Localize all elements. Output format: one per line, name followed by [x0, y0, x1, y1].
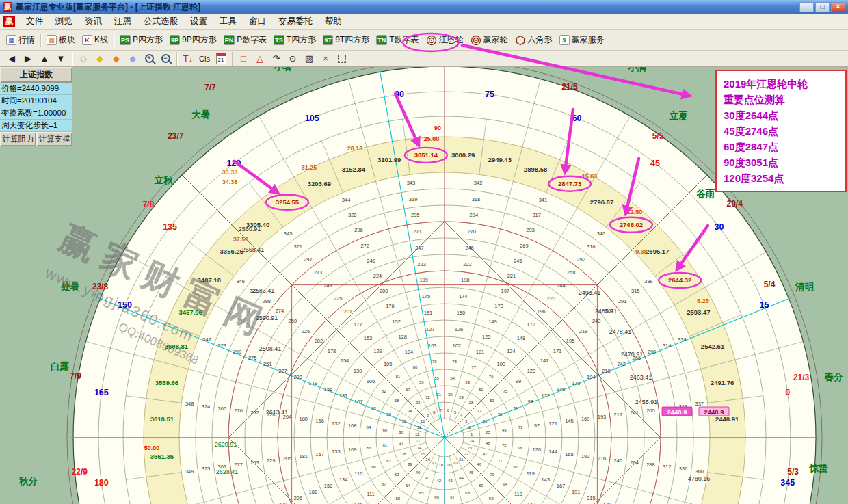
- svg-text:42: 42: [436, 479, 441, 483]
- svg-text:35: 35: [402, 419, 407, 423]
- calc-button-1[interactable]: 计算支撑: [36, 132, 72, 146]
- rect-tool-icon[interactable]: □: [236, 52, 251, 66]
- toolbar-item-market-quotes[interactable]: ▦行情: [3, 33, 38, 47]
- svg-text:342: 342: [474, 180, 483, 186]
- svg-text:317: 317: [532, 212, 541, 218]
- maximize-button[interactable]: □: [815, 2, 830, 12]
- svg-text:192: 192: [581, 453, 590, 460]
- diamond-yellow-icon[interactable]: ◆: [92, 52, 107, 66]
- circle-tool-icon[interactable]: ⊙: [285, 52, 300, 66]
- svg-text:131: 131: [339, 393, 348, 399]
- svg-text:84: 84: [367, 425, 371, 429]
- toolbar-item-9t-square[interactable]: 9T9T四方形: [319, 33, 373, 47]
- svg-text:169: 169: [581, 416, 590, 422]
- svg-text:149: 149: [488, 319, 497, 325]
- svg-text:245: 245: [514, 258, 522, 264]
- svg-text:226: 226: [302, 328, 310, 334]
- toolbar-item-hexagon[interactable]: 六角形: [512, 33, 556, 47]
- info-row-2: 变换系数=1.00000: [0, 107, 72, 120]
- toolbar-item-kline[interactable]: KK线: [79, 33, 111, 47]
- svg-text:2440.9: 2440.9: [667, 408, 687, 416]
- svg-text:127: 127: [426, 326, 435, 332]
- window-title: 赢家江恩专业版[赢家服务平台] - [上证指数 江恩轮]: [16, 1, 200, 13]
- close-button[interactable]: ×: [831, 2, 845, 12]
- svg-text:2644.32: 2644.32: [668, 276, 691, 284]
- delete-tool-icon[interactable]: ×: [318, 52, 333, 66]
- toolbar-item-t-square[interactable]: TST四方形: [270, 33, 319, 47]
- svg-text:241: 241: [630, 410, 639, 416]
- svg-text:15: 15: [421, 452, 425, 456]
- svg-text:150: 150: [457, 310, 466, 316]
- toolbar-separator: [176, 52, 177, 66]
- svg-text:110: 110: [354, 470, 362, 477]
- svg-text:268: 268: [567, 269, 576, 276]
- diamond-orange-icon[interactable]: ◆: [109, 52, 124, 66]
- toolbar-item-sectors[interactable]: ▦板块: [43, 33, 79, 47]
- back-icon[interactable]: ◀: [4, 52, 19, 66]
- calc-button-0[interactable]: 计算阻力: [0, 132, 36, 146]
- svg-text:2898.58: 2898.58: [524, 165, 547, 173]
- menu-bar: 赢 文件浏览资讯江恩公式选股设置工具窗口交易委托帮助: [0, 14, 848, 30]
- select-tool-icon[interactable]: [334, 52, 349, 66]
- menu-item-8[interactable]: 交易委托: [272, 14, 319, 28]
- svg-text:221: 221: [507, 273, 516, 279]
- menu-item-5[interactable]: 设置: [184, 14, 213, 28]
- menu-item-6[interactable]: 工具: [213, 14, 243, 28]
- toolbar-item-p-square[interactable]: PSP四方形: [116, 33, 166, 47]
- toolbar-item-p-table[interactable]: PNP数字表: [220, 33, 271, 47]
- svg-text:2593.47: 2593.47: [687, 308, 710, 316]
- cls-button[interactable]: Cls: [197, 52, 212, 66]
- svg-text:2583.41: 2583.41: [252, 287, 275, 294]
- svg-text:67: 67: [450, 495, 455, 499]
- svg-text:2463.41: 2463.41: [630, 374, 652, 381]
- menu-item-4[interactable]: 公式选股: [137, 14, 184, 28]
- rotate-tool-icon[interactable]: ↷: [269, 52, 284, 66]
- svg-text:298: 298: [263, 298, 271, 304]
- svg-text:338: 338: [678, 336, 687, 343]
- menu-item-7[interactable]: 窗口: [243, 14, 272, 28]
- svg-text:105: 105: [305, 114, 319, 123]
- diamond-outline-icon[interactable]: ◇: [76, 52, 91, 66]
- zoom-out-icon[interactable]: −: [158, 52, 173, 66]
- svg-text:13: 13: [415, 439, 420, 443]
- ts-icon: TS: [274, 35, 284, 45]
- svg-text:2485.91: 2485.91: [595, 308, 618, 315]
- minimize-button[interactable]: _: [799, 2, 814, 12]
- menu-item-2[interactable]: 资讯: [79, 14, 108, 28]
- menu-item-1[interactable]: 浏览: [49, 14, 79, 28]
- svg-text:191: 191: [572, 489, 581, 495]
- forward-icon[interactable]: ▶: [21, 52, 36, 66]
- svg-text:立秋: 立秋: [154, 174, 174, 185]
- diamond-blue-icon[interactable]: ◆: [125, 52, 140, 66]
- svg-text:小满: 小满: [627, 67, 646, 72]
- toolbar-item-label: K线: [94, 34, 108, 46]
- triangle-tool-icon[interactable]: △: [252, 52, 267, 66]
- toolbar-item-winner-service[interactable]: $赢家服务: [556, 33, 608, 47]
- svg-text:197: 197: [501, 288, 510, 294]
- filter-icon[interactable]: ▼: [53, 52, 68, 66]
- svg-text:34: 34: [408, 409, 412, 413]
- pointer-up-icon[interactable]: ▲: [37, 52, 52, 66]
- svg-text:21/3: 21/3: [793, 373, 810, 382]
- svg-text:2493.41: 2493.41: [579, 289, 601, 296]
- svg-text:90: 90: [434, 124, 441, 131]
- svg-text:59: 59: [386, 412, 391, 416]
- zoom-in-icon[interactable]: +: [142, 52, 157, 66]
- svg-text:181: 181: [300, 453, 308, 460]
- menu-item-9[interactable]: 帮助: [319, 14, 348, 28]
- calendar-icon[interactable]: 21: [213, 52, 228, 66]
- toolbar-item-winner-wheel[interactable]: 赢家轮: [467, 33, 512, 47]
- toolbar-item-label: 9T四方形: [335, 34, 369, 46]
- toolbar-item-gann-wheel[interactable]: 江恩轮: [423, 33, 467, 47]
- svg-text:104: 104: [405, 349, 414, 355]
- menu-item-3[interactable]: 江恩: [108, 14, 137, 28]
- hatch-tool-icon[interactable]: ▨: [302, 52, 317, 66]
- svg-text:124: 124: [507, 348, 516, 354]
- t-down-icon[interactable]: T↓: [181, 52, 196, 66]
- toolbar-item-9p-square[interactable]: 9P9P四方形: [166, 33, 220, 47]
- calc-buttons: 计算阻力计算支撑: [0, 132, 72, 146]
- svg-text:336: 336: [679, 466, 688, 472]
- svg-text:2949.43: 2949.43: [488, 156, 512, 163]
- menu-item-0[interactable]: 文件: [20, 14, 49, 28]
- toolbar-item-t-table[interactable]: TNT数字表: [373, 33, 422, 47]
